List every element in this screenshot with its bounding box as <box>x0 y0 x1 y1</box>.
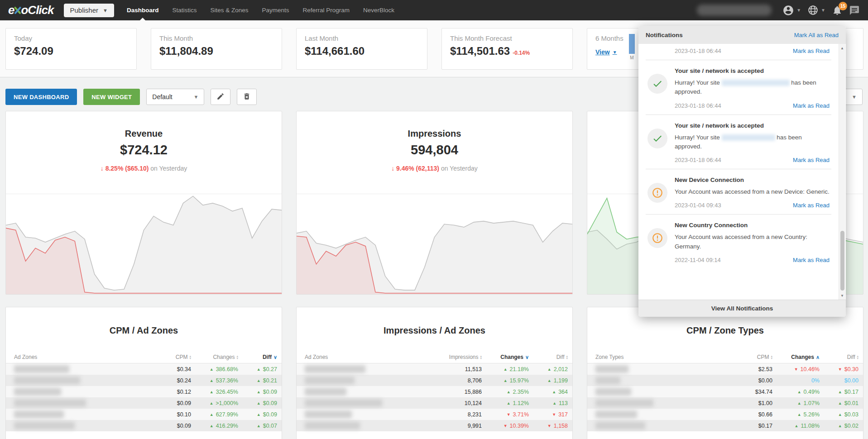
dashboard-select[interactable]: Default ▼ <box>146 89 204 105</box>
chevron-down-icon: ▼ <box>613 50 617 55</box>
new-dashboard-button[interactable]: NEW DASHBOARD <box>5 89 77 105</box>
nav-item-neverblock[interactable]: NeverBlock <box>363 0 394 20</box>
account-type-dropdown[interactable]: Publisher ▼ <box>64 4 114 17</box>
diff-cell: ▲$0.21 <box>238 377 277 384</box>
column-header-diff[interactable]: Diff▴▾ <box>820 354 858 360</box>
column-header-zone-types[interactable]: Zone Types <box>595 354 734 360</box>
triangle-up-icon: ▲ <box>257 378 261 383</box>
change-cell: ▲11.08% <box>772 423 820 429</box>
mark-as-read-link[interactable]: Mark as Read <box>793 102 830 109</box>
delete-dashboard-button[interactable] <box>237 89 257 105</box>
row-name-redacted <box>305 377 443 384</box>
sort-icon: ▴▾ <box>857 355 858 359</box>
mark-as-read-link[interactable]: Mark as Read <box>793 157 830 163</box>
change-cell: ▲537.36% <box>191 377 238 384</box>
value-cell: 15,886 <box>443 389 482 395</box>
exoclick-logo[interactable]: eoClick <box>8 3 54 17</box>
scroll-down-arrow-icon[interactable]: ▼ <box>839 292 845 299</box>
row-name-redacted <box>595 422 734 429</box>
mark-as-read-link[interactable]: Mark as Read <box>793 48 830 54</box>
table-row: $0.12▲326.45%▲$0.09 <box>6 386 282 397</box>
stat-label: This Month Forecast <box>450 34 564 42</box>
nav-item-dashboard[interactable]: Dashboard <box>127 0 159 20</box>
notification-item-partial: 2023-01-18 06:44 Mark as Read <box>646 44 831 60</box>
notification-item: New Country ConnectionYour Account was a… <box>638 215 831 269</box>
column-header-diff[interactable]: Diff▴▾ <box>529 354 568 360</box>
column-header-changes[interactable]: Changes▴▾ <box>191 354 238 360</box>
column-header-impressions[interactable]: Impressions▴▾ <box>443 354 482 360</box>
nav-item-referral-program[interactable]: Referral Program <box>303 0 350 20</box>
change-cell: ▲5.26% <box>772 411 820 418</box>
triangle-up-icon: ▲ <box>838 424 842 428</box>
scrollbar-thumb[interactable] <box>840 231 844 291</box>
nav-item-payments[interactable]: Payments <box>262 0 289 20</box>
column-header-cpm[interactable]: CPM▴▾ <box>734 354 772 360</box>
value-cell: 11,513 <box>443 366 482 372</box>
diff-cell: ▲$0.17 <box>820 389 858 395</box>
mark-all-as-read-link[interactable]: Mark All as Read <box>794 32 839 38</box>
mark-as-read-link[interactable]: Mark as Read <box>793 257 830 263</box>
value-cell: 8,231 <box>443 411 482 418</box>
triangle-up-icon: ▲ <box>210 424 214 428</box>
triangle-up-icon: ▲ <box>210 367 214 372</box>
chevron-down-icon: ▼ <box>821 8 825 13</box>
view-link[interactable]: View▼ <box>595 48 617 56</box>
triangle-down-icon: ▼ <box>507 412 511 417</box>
person-icon <box>782 5 794 16</box>
feedback-button[interactable] <box>849 5 860 16</box>
table-row: 8,231▼3.71%▼317 <box>297 409 572 420</box>
notifications-panel: Notifications Mark All as Read 2023-01-1… <box>638 26 846 317</box>
column-header-diff[interactable]: Diff∨ <box>238 354 277 360</box>
account-menu-button[interactable]: ▼ <box>782 5 801 16</box>
scroll-up-arrow-icon[interactable]: ▲ <box>839 45 845 51</box>
notification-title: New Country Connection <box>675 222 830 229</box>
change-cell: ▲15.97% <box>482 377 529 384</box>
table-header-row: Ad ZonesImpressions▴▾Changes∨Diff▴▾ <box>297 354 572 363</box>
nav-item-sites-zones[interactable]: Sites & Zones <box>210 0 248 20</box>
notifications-scrollbar[interactable]: ▲ ▼ <box>839 44 845 300</box>
column-header-cpm[interactable]: CPM▴▾ <box>152 354 191 360</box>
chart-change-value: 9.46% (62,113) <box>396 165 439 172</box>
language-menu-button[interactable]: ▼ <box>807 5 825 16</box>
triangle-up-icon: ▲ <box>838 412 842 417</box>
impressions-area-chart <box>297 194 572 294</box>
notifications-button[interactable]: 15 <box>832 5 843 16</box>
notification-item: Your site / network is acceptedHurray! Y… <box>638 115 831 169</box>
notification-body: Hurray! Your site has been approved. <box>675 133 830 152</box>
chevron-down-icon: ▼ <box>103 8 108 13</box>
change-cell: ▼10.46% <box>772 366 820 372</box>
stat-value: $114,501.63-0.14% <box>450 45 564 57</box>
table-row: $0.66▲5.26%▲$0.03 <box>587 409 863 420</box>
edit-dashboard-button[interactable] <box>211 89 230 105</box>
chart-title: Revenue <box>6 129 282 139</box>
table-row: $0.34▲386.68%▲$0.27 <box>6 363 282 375</box>
notification-body: Hurray! Your site has been approved. <box>675 78 830 97</box>
triangle-up-icon: ▲ <box>797 412 801 417</box>
table-title: Impressions / Ad Zones <box>297 307 572 336</box>
chart-value: 594,804 <box>297 143 572 157</box>
triangle-down-icon: ▼ <box>838 367 842 372</box>
column-header-ad-zones[interactable]: Ad Zones <box>14 354 152 360</box>
nav-item-statistics[interactable]: Statistics <box>172 0 197 20</box>
triangle-up-icon: ▲ <box>209 401 213 406</box>
chart-change-suffix: on Yesterday <box>441 165 478 172</box>
chevron-down-icon: ▼ <box>852 94 857 100</box>
warning-circle-icon <box>647 183 667 203</box>
new-widget-button[interactable]: NEW WIDGET <box>83 89 140 105</box>
row-name-redacted <box>305 399 443 407</box>
table-body: $2.53▼10.46%▼$0.30$0.000%$0.00$34.74▲0.4… <box>587 363 863 431</box>
chart-change: ↓ 9.46% (62,113) on Yesterday <box>297 165 572 172</box>
column-header-changes[interactable]: Changes∧ <box>772 354 820 360</box>
mark-as-read-link[interactable]: Mark as Read <box>793 202 830 209</box>
notification-count-badge: 15 <box>839 2 847 10</box>
stat-value: $11,804.89 <box>159 45 273 57</box>
notification-time: 2023-01-18 06:44 <box>675 102 721 109</box>
column-header-changes[interactable]: Changes∨ <box>482 354 529 360</box>
triangle-up-icon: ▲ <box>210 378 214 383</box>
table-row: $34.74▲0.49%▲$0.17 <box>587 386 863 397</box>
view-all-notifications-button[interactable]: View All Notifications <box>638 300 846 317</box>
chart-value: $724.12 <box>6 143 282 157</box>
column-header-ad-zones[interactable]: Ad Zones <box>305 354 443 360</box>
triangle-up-icon: ▲ <box>210 390 214 394</box>
diff-cell: ▲1,199 <box>529 377 568 384</box>
